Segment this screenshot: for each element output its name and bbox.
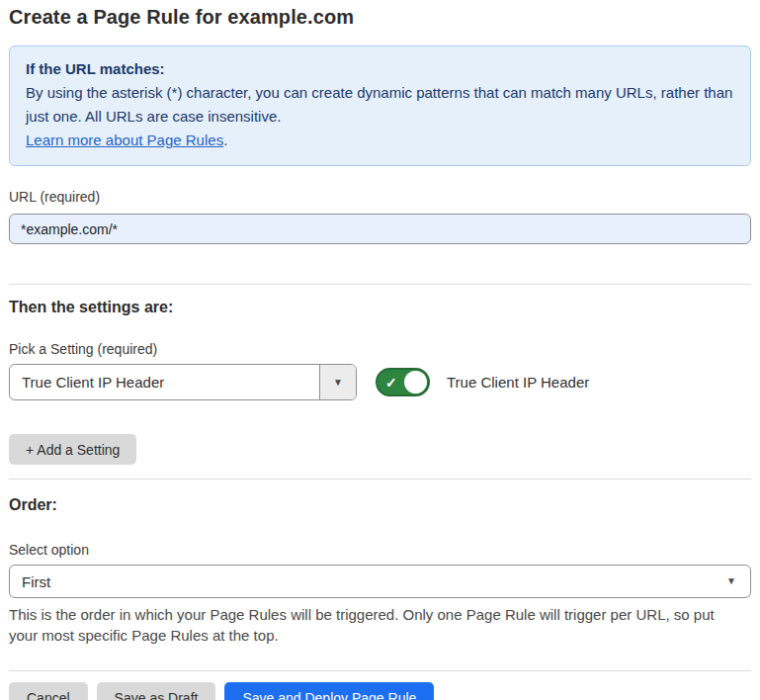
- section-divider: [9, 284, 751, 285]
- url-field-label: URL (required): [9, 189, 751, 205]
- settings-section-heading: Then the settings are:: [9, 299, 751, 316]
- pick-setting-label: Pick a Setting (required): [9, 341, 751, 357]
- setting-toggle[interactable]: ✓: [376, 368, 430, 396]
- setting-dropdown-value: True Client IP Header: [10, 365, 319, 399]
- order-select-label: Select option: [9, 542, 751, 558]
- page-title: Create a Page Rule for example.com: [9, 6, 751, 29]
- setting-dropdown-arrow-button[interactable]: ▼: [319, 365, 356, 399]
- create-page-rule-form: Create a Page Rule for example.com If th…: [0, 0, 760, 700]
- url-match-info-box: If the URL matches: By using the asteris…: [9, 45, 751, 166]
- section-divider: [9, 479, 751, 480]
- footer-divider: [9, 670, 751, 671]
- check-icon: ✓: [385, 374, 397, 390]
- order-help-text: This is the order in which your Page Rul…: [9, 604, 740, 646]
- url-input[interactable]: [9, 214, 751, 244]
- add-setting-button[interactable]: + Add a Setting: [9, 434, 136, 465]
- save-and-deploy-button[interactable]: Save and Deploy Page Rule: [224, 682, 434, 700]
- order-select[interactable]: First ▼: [9, 565, 751, 598]
- link-suffix: .: [223, 131, 227, 148]
- info-box-body: By using the asterisk (*) character, you…: [26, 81, 734, 129]
- info-box-heading: If the URL matches:: [26, 57, 734, 81]
- setting-dropdown[interactable]: True Client IP Header ▼: [9, 364, 357, 400]
- footer-actions: Cancel Save as Draft Save and Deploy Pag…: [9, 682, 751, 700]
- toggle-knob: [404, 371, 427, 394]
- order-section-heading: Order:: [9, 496, 751, 514]
- chevron-down-icon: ▼: [726, 576, 736, 586]
- chevron-down-icon: ▼: [333, 378, 343, 388]
- info-box-link-line: Learn more about Page Rules.: [26, 129, 734, 152]
- toggle-label: True Client IP Header: [447, 374, 589, 391]
- setting-row: True Client IP Header ▼ ✓ True Client IP…: [9, 364, 751, 400]
- save-as-draft-button[interactable]: Save as Draft: [97, 682, 216, 700]
- order-select-value: First: [22, 573, 50, 590]
- learn-more-link[interactable]: Learn more about Page Rules: [26, 131, 223, 148]
- cancel-button[interactable]: Cancel: [9, 682, 88, 700]
